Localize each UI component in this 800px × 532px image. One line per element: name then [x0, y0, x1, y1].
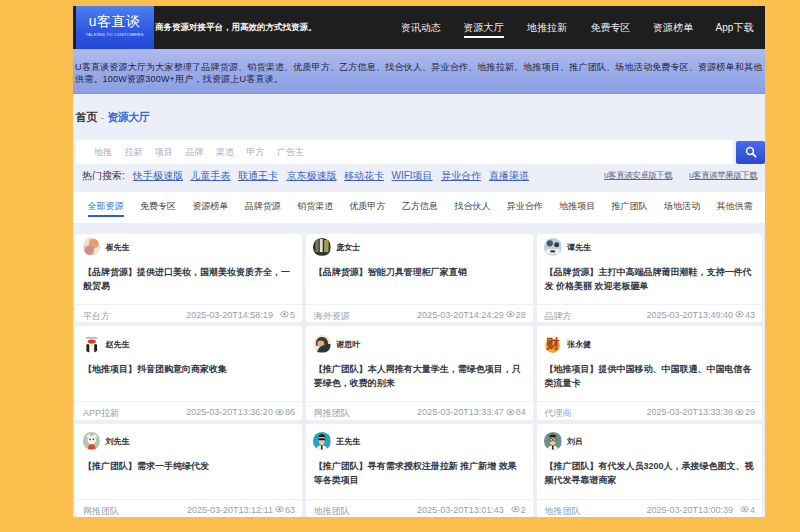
svg-text:财: 财: [545, 336, 559, 351]
